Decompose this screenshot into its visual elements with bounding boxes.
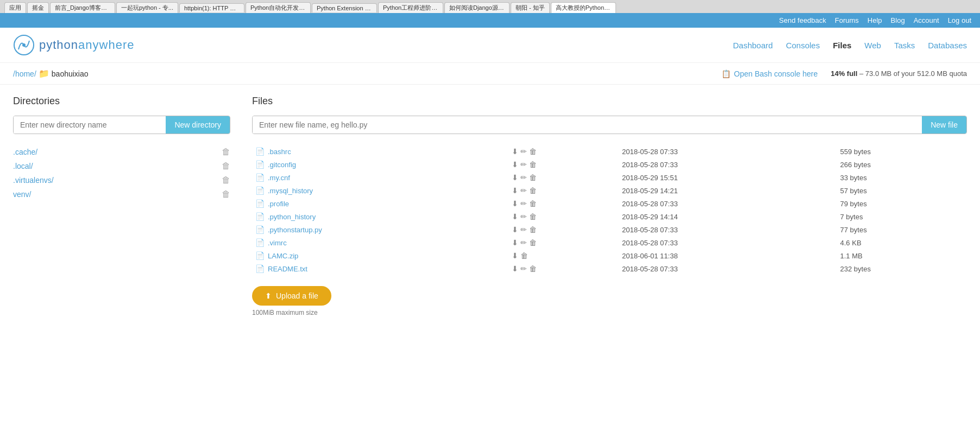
file-link[interactable]: .pythonstartup.py <box>268 226 322 234</box>
open-bash-console-link[interactable]: 📋 Open Bash console here <box>721 69 818 78</box>
edit-icon[interactable]: ✏ <box>520 173 527 182</box>
trash-icon[interactable]: 🗑 <box>529 199 537 208</box>
account-link[interactable]: Account <box>914 16 939 24</box>
nav-consoles[interactable]: Consoles <box>786 41 820 50</box>
nav-databases[interactable]: Databases <box>928 41 967 50</box>
trash-icon[interactable]: 🗑 <box>529 238 537 247</box>
dir-link-venv[interactable]: venv/ <box>13 190 31 199</box>
browser-tab[interactable]: 如何阅读Django源代... <box>444 2 510 13</box>
file-actions-cell: ⬇ ✏ 🗑 <box>508 171 619 184</box>
trash-icon-cache[interactable]: 🗑 <box>222 147 230 157</box>
nav-files[interactable]: Files <box>833 41 851 50</box>
file-link[interactable]: LAMC.zip <box>268 252 298 260</box>
upload-icon: ⬆ <box>265 291 272 300</box>
blog-link[interactable]: Blog <box>891 16 905 24</box>
edit-icon[interactable]: ✏ <box>520 147 527 156</box>
edit-icon[interactable]: ✏ <box>520 212 527 221</box>
trash-icon[interactable]: 🗑 <box>529 186 537 195</box>
logo-python: python <box>39 38 78 52</box>
trash-icon[interactable]: 🗑 <box>529 160 537 169</box>
trash-icon-venv[interactable]: 🗑 <box>222 189 230 199</box>
file-link[interactable]: .gitconfig <box>268 161 296 169</box>
download-icon[interactable]: ⬇ <box>512 186 518 195</box>
help-link[interactable]: Help <box>868 16 882 24</box>
trash-icon[interactable]: 🗑 <box>520 251 528 260</box>
trash-icon-virtualenvs[interactable]: 🗑 <box>222 175 230 185</box>
logo-anywhere: anywhere <box>78 38 134 52</box>
file-link[interactable]: .python_history <box>268 213 316 221</box>
dir-item: .cache/ 🗑 <box>13 145 230 159</box>
new-file-input[interactable] <box>253 116 922 134</box>
browser-tab[interactable]: 应用 <box>4 2 26 13</box>
file-icon: 📄 <box>255 160 265 169</box>
new-file-button[interactable]: New file <box>922 116 966 134</box>
edit-icon[interactable]: ✏ <box>520 160 527 169</box>
edit-icon[interactable]: ✏ <box>520 225 527 234</box>
top-bar: Send feedback Forums Help Blog Account L… <box>0 13 980 28</box>
browser-tab[interactable]: 一起玩python - 专... <box>116 2 178 13</box>
browser-tab[interactable]: Python Extension P... <box>312 3 377 12</box>
file-actions-cell: ⬇ ✏ 🗑 <box>508 262 619 275</box>
browser-tab[interactable]: Python自动化开发之... <box>246 2 311 13</box>
file-size: 77 bytes <box>837 223 967 236</box>
file-size: 7 bytes <box>837 210 967 223</box>
browser-tab[interactable]: Python工程师进阶之... <box>378 2 443 13</box>
directories-title: Directories <box>13 96 230 107</box>
download-icon[interactable]: ⬇ <box>512 160 518 169</box>
trash-icon[interactable]: 🗑 <box>529 225 537 234</box>
download-icon[interactable]: ⬇ <box>512 147 518 156</box>
file-size: 1.1 MB <box>837 249 967 262</box>
download-icon[interactable]: ⬇ <box>512 251 518 260</box>
logo[interactable]: pythonanywhere <box>13 34 134 56</box>
trash-icon[interactable]: 🗑 <box>529 147 537 156</box>
nav-web[interactable]: Web <box>864 41 881 50</box>
table-row: 📄 .bashrc ⬇ ✏ 🗑 2018-05-28 07:33 559 byt… <box>252 145 967 158</box>
download-icon[interactable]: ⬇ <box>512 173 518 182</box>
upload-section: ⬆ Upload a file 100MiB maximum size <box>252 286 967 316</box>
trash-icon[interactable]: 🗑 <box>529 264 537 273</box>
file-link[interactable]: .mysql_history <box>268 187 313 195</box>
trash-icon[interactable]: 🗑 <box>529 212 537 221</box>
nav-dashboard[interactable]: Dashboard <box>733 41 772 50</box>
send-feedback-link[interactable]: Send feedback <box>779 16 826 24</box>
file-link[interactable]: .vimrc <box>268 239 287 247</box>
forums-link[interactable]: Forums <box>835 16 859 24</box>
breadcrumb: /home/ 📁 baohuixiao <box>13 68 89 79</box>
browser-tab[interactable]: 朝阳 - 知乎 <box>511 2 550 13</box>
files-title: Files <box>252 96 967 107</box>
edit-icon[interactable]: ✏ <box>520 238 527 247</box>
browser-tab-active[interactable]: 高大教授的Python进... <box>551 2 616 13</box>
dir-link-local[interactable]: .local/ <box>13 162 33 170</box>
edit-icon[interactable]: ✏ <box>520 199 527 208</box>
file-size: 232 bytes <box>837 262 967 275</box>
trash-icon[interactable]: 🗑 <box>529 173 537 182</box>
file-date: 2018-05-29 15:51 <box>619 171 837 184</box>
file-link[interactable]: .bashrc <box>268 148 291 156</box>
file-link[interactable]: .profile <box>268 200 289 208</box>
browser-tab[interactable]: 前言_Django博客教... <box>50 2 115 13</box>
edit-icon[interactable]: ✏ <box>520 186 527 195</box>
download-icon[interactable]: ⬇ <box>512 212 518 221</box>
dir-link-virtualenvs[interactable]: .virtualenvs/ <box>13 176 54 185</box>
file-date: 2018-05-29 14:21 <box>619 184 837 197</box>
edit-icon[interactable]: ✏ <box>520 264 527 273</box>
new-dir-button[interactable]: New directory <box>166 116 230 134</box>
new-dir-input[interactable] <box>14 116 166 134</box>
nav-tasks[interactable]: Tasks <box>894 41 915 50</box>
console-icon: 📋 <box>721 69 731 78</box>
breadcrumb-home[interactable]: /home/ <box>13 69 36 78</box>
logout-link[interactable]: Log out <box>948 16 971 24</box>
trash-icon-local[interactable]: 🗑 <box>222 161 230 171</box>
file-link[interactable]: .my.cnf <box>268 174 290 182</box>
file-size: 4.6 KB <box>837 236 967 249</box>
download-icon[interactable]: ⬇ <box>512 238 518 247</box>
browser-tab[interactable]: httpbin(1): HTTP Cl... <box>179 3 244 12</box>
dir-link-cache[interactable]: .cache/ <box>13 148 37 156</box>
file-link[interactable]: README.txt <box>268 265 307 273</box>
browser-tab[interactable]: 摇金 <box>27 2 49 13</box>
file-actions-cell: ⬇ ✏ 🗑 <box>508 158 619 171</box>
download-icon[interactable]: ⬇ <box>512 225 518 234</box>
download-icon[interactable]: ⬇ <box>512 199 518 208</box>
upload-button[interactable]: ⬆ Upload a file <box>252 286 331 306</box>
download-icon[interactable]: ⬇ <box>512 264 518 273</box>
